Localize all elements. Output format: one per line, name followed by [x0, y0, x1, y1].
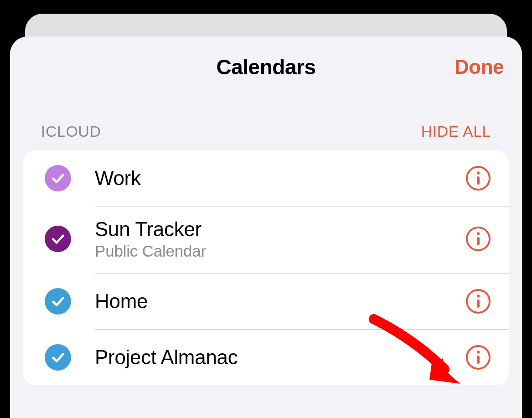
info-button-1[interactable]	[465, 226, 491, 252]
calendar-name: Home	[95, 289, 465, 313]
calendar-name: Sun Tracker	[95, 217, 465, 241]
svg-rect-5	[477, 237, 480, 245]
svg-point-4	[477, 232, 480, 235]
calendar-row-work[interactable]: Work	[23, 150, 509, 206]
calendar-name: Project Almanac	[95, 346, 465, 369]
calendar-row-sun-tracker[interactable]: Sun Tracker Public Calendar	[23, 206, 509, 273]
checkmark-icon[interactable]	[45, 288, 71, 315]
calendar-list-card: Work Sun Tracker Public Calendar	[23, 150, 509, 385]
info-icon	[465, 289, 491, 314]
calendar-row-project-almanac[interactable]: Project Almanac	[23, 330, 509, 385]
info-icon	[465, 226, 491, 252]
calendar-row-text: Project Almanac	[71, 346, 465, 369]
calendars-sheet: Calendars Done ICLOUD HIDE ALL Work	[10, 36, 522, 418]
info-icon	[465, 165, 491, 191]
svg-point-7	[477, 294, 480, 297]
svg-rect-2	[477, 176, 480, 185]
done-button[interactable]: Done	[455, 56, 504, 78]
hide-all-button[interactable]: HIDE ALL	[421, 123, 491, 140]
svg-point-10	[477, 351, 480, 353]
info-icon	[465, 345, 491, 370]
checkmark-icon[interactable]	[45, 226, 71, 252]
checkmark-icon[interactable]	[45, 165, 71, 191]
svg-rect-11	[477, 356, 480, 364]
page-title: Calendars	[217, 55, 316, 79]
svg-rect-8	[477, 299, 480, 308]
info-button-3[interactable]	[465, 345, 491, 370]
info-button-0[interactable]	[465, 165, 491, 191]
section-label-icloud: ICLOUD	[41, 123, 101, 140]
sheet-header: Calendars Done	[10, 55, 522, 102]
section-header: ICLOUD HIDE ALL	[10, 102, 522, 150]
calendar-row-home[interactable]: Home	[23, 274, 509, 329]
calendar-row-text: Work	[71, 166, 465, 190]
calendar-subtitle: Public Calendar	[95, 242, 465, 260]
calendar-name: Work	[95, 166, 465, 190]
svg-point-1	[477, 171, 480, 174]
calendar-row-text: Home	[71, 289, 465, 313]
checkmark-icon[interactable]	[45, 344, 71, 371]
calendar-row-text: Sun Tracker Public Calendar	[71, 217, 465, 260]
info-button-2[interactable]	[465, 289, 491, 314]
